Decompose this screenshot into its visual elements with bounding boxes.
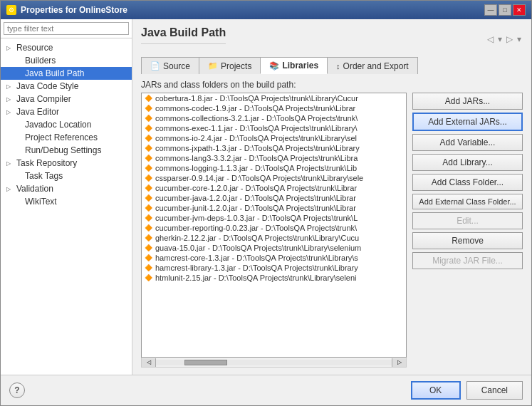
dialog-body: ▷ Resource Builders Java Build Path ▷ Ja…: [1, 19, 531, 375]
tree-item-java-editor[interactable]: ▷ Java Editor: [1, 105, 132, 118]
add-jars-button[interactable]: Add JARs...: [412, 93, 523, 110]
list-item[interactable]: 🔶cobertura-1.8.jar - D:\ToolsQA Projects…: [142, 93, 406, 103]
jar-icon: 🔶: [145, 165, 152, 172]
footer-right: OK Cancel: [411, 381, 523, 400]
jar-icon: 🔶: [145, 224, 152, 231]
list-item[interactable]: 🔶cucumber-jvm-deps-1.0.3.jar - D:\ToolsQ…: [142, 213, 406, 223]
migrate-jar-button[interactable]: Migrate JAR File...: [412, 252, 523, 269]
add-variable-button[interactable]: Add Variable...: [412, 134, 523, 151]
jar-icon: 🔶: [145, 155, 152, 162]
scrollbar-track: [156, 360, 392, 365]
jar-icon: 🔶: [145, 95, 152, 102]
edit-button[interactable]: Edit...: [412, 212, 523, 229]
filter-box: [1, 19, 132, 38]
projects-tab-icon: 📁: [208, 61, 218, 71]
tree-item-task-repository[interactable]: ▷ Task Repository: [1, 157, 132, 170]
list-item[interactable]: 🔶commons-jxpath-1.3.jar - D:\ToolsQA Pro…: [142, 143, 406, 153]
tab-order-export[interactable]: ↕ Order and Export: [327, 57, 418, 74]
content-area: 🔶cobertura-1.8.jar - D:\ToolsQA Projects…: [141, 93, 523, 368]
close-button[interactable]: ✕: [513, 4, 526, 16]
dialog-footer: ? OK Cancel: [1, 375, 531, 405]
tabs: 📄 Source 📁 Projects 📚 Libraries ↕ Order …: [141, 57, 523, 74]
tree-item-wikitext[interactable]: WikiText: [1, 195, 132, 208]
tree-item-validation[interactable]: ▷ Validation: [1, 182, 132, 195]
list-item[interactable]: 🔶commons-logging-1.1.3.jar - D:\ToolsQA …: [142, 163, 406, 173]
tree-item-java-code-style[interactable]: ▷ Java Code Style: [1, 80, 132, 93]
forward-dropdown-icon[interactable]: ▾: [516, 33, 523, 46]
tab-projects[interactable]: 📁 Projects: [199, 57, 261, 74]
add-external-jars-button[interactable]: Add External JARs...: [412, 113, 523, 131]
tree-label: Resource: [16, 43, 53, 53]
jar-path-label: hamcrest-library-1.3.jar - D:\ToolsQA Pr…: [155, 264, 358, 272]
add-external-class-folder-button[interactable]: Add External Class Folder...: [412, 194, 523, 209]
back-arrow-icon[interactable]: ◁: [486, 33, 495, 46]
tab-libraries-label: Libraries: [282, 61, 318, 71]
add-library-button[interactable]: Add Library...: [412, 154, 523, 171]
tree-item-resource[interactable]: ▷ Resource: [1, 41, 132, 54]
list-item[interactable]: 🔶hamcrest-core-1.3.jar - D:\ToolsQA Proj…: [142, 253, 406, 263]
list-item[interactable]: 🔶cssparser-0.9.14.jar - D:\ToolsQA Proje…: [142, 173, 406, 183]
list-item[interactable]: 🔶commons-collections-3.2.1.jar - D:\Tool…: [142, 113, 406, 123]
list-item[interactable]: 🔶cucumber-java-1.2.0.jar - D:\ToolsQA Pr…: [142, 193, 406, 203]
list-item[interactable]: 🔶cucumber-reporting-0.0.23.jar - D:\Tool…: [142, 223, 406, 233]
list-item[interactable]: 🔶commons-codec-1.9.jar - D:\ToolsQA Proj…: [142, 103, 406, 113]
tree-label: Task Tags: [25, 171, 63, 181]
list-item[interactable]: 🔶cucumber-core-1.2.0.jar - D:\ToolsQA Pr…: [142, 183, 406, 193]
title-bar: ⚙ Properties for OnlineStore — □ ✕: [1, 1, 531, 19]
remove-button[interactable]: Remove: [412, 232, 523, 249]
jar-path-label: cssparser-0.9.14.jar - D:\ToolsQA Projec…: [155, 174, 363, 182]
help-button[interactable]: ?: [9, 382, 25, 398]
jar-icon: 🔶: [145, 175, 152, 182]
title-bar-left: ⚙ Properties for OnlineStore: [6, 5, 127, 15]
jar-path-label: cobertura-1.8.jar - D:\ToolsQA Projects\…: [155, 94, 358, 103]
jar-list[interactable]: 🔶cobertura-1.8.jar - D:\ToolsQA Projects…: [141, 93, 407, 358]
left-panel: ▷ Resource Builders Java Build Path ▷ Ja…: [1, 19, 132, 375]
horizontal-scrollbar[interactable]: ◁ ▷: [141, 358, 407, 368]
tree-item-run-debug[interactable]: Run/Debug Settings: [1, 144, 132, 157]
tree-item-task-tags[interactable]: Task Tags: [1, 170, 132, 182]
list-item[interactable]: 🔶htmlunit-2.15.jar - D:\ToolsQA Projects…: [142, 273, 406, 283]
jar-icon: 🔶: [145, 214, 152, 222]
add-class-folder-button[interactable]: Add Class Folder...: [412, 174, 523, 191]
tab-libraries[interactable]: 📚 Libraries: [260, 57, 328, 74]
dropdown-arrow-icon[interactable]: ▾: [496, 33, 504, 46]
tab-source[interactable]: 📄 Source: [141, 57, 199, 74]
list-item[interactable]: 🔶gherkin-2.12.2.jar - D:\ToolsQA Project…: [142, 233, 406, 243]
panel-title: Java Build Path: [141, 26, 226, 44]
forward-arrow-icon[interactable]: ▷: [505, 33, 514, 46]
arrow-icon: ▷: [6, 83, 14, 90]
tree-item-java-build-path[interactable]: Java Build Path: [1, 67, 132, 80]
jar-path-label: cucumber-reporting-0.0.23.jar - D:\Tools…: [155, 224, 357, 232]
jar-icon: 🔶: [145, 194, 152, 202]
ok-button[interactable]: OK: [411, 381, 461, 400]
tree-label: Java Code Style: [16, 81, 78, 91]
list-item[interactable]: 🔶cucumber-junit-1.2.0.jar - D:\ToolsQA P…: [142, 203, 406, 213]
maximize-button[interactable]: □: [499, 4, 511, 16]
list-item[interactable]: 🔶hamcrest-library-1.3.jar - D:\ToolsQA P…: [142, 263, 406, 273]
list-item[interactable]: 🔶commons-io-2.4.jar - D:\ToolsQA Project…: [142, 133, 406, 143]
scroll-left-btn[interactable]: ◁: [142, 358, 156, 367]
list-wrapper: 🔶cobertura-1.8.jar - D:\ToolsQA Projects…: [141, 93, 407, 368]
jar-icon: 🔶: [145, 264, 152, 271]
tree-item-project-references[interactable]: Project References: [1, 131, 132, 144]
jar-icon: 🔶: [145, 204, 152, 212]
dialog-title: Properties for OnlineStore: [21, 5, 127, 15]
filter-input[interactable]: [4, 22, 129, 35]
scroll-right-btn[interactable]: ▷: [392, 358, 406, 367]
list-item[interactable]: 🔶guava-15.0.jar - D:\ToolsQA Projects\tr…: [142, 243, 406, 253]
cancel-button[interactable]: Cancel: [466, 381, 523, 400]
properties-dialog: ⚙ Properties for OnlineStore — □ ✕ ▷ Res…: [0, 0, 532, 406]
tree-item-javadoc[interactable]: Javadoc Location: [1, 118, 132, 131]
jar-path-label: commons-exec-1.1.jar - D:\ToolsQA Projec…: [155, 124, 358, 132]
minimize-button[interactable]: —: [484, 4, 497, 16]
jars-label: JARs and class folders on the build path…: [141, 80, 523, 90]
list-item[interactable]: 🔶commons-lang3-3.3.2.jar - D:\ToolsQA Pr…: [142, 153, 406, 163]
libraries-tab-icon: 📚: [269, 61, 279, 71]
tree-item-java-compiler[interactable]: ▷ Java Compiler: [1, 93, 132, 105]
tree-item-builders[interactable]: Builders: [1, 54, 132, 67]
scrollbar-thumb[interactable]: [184, 360, 227, 365]
list-item[interactable]: 🔶commons-exec-1.1.jar - D:\ToolsQA Proje…: [142, 123, 406, 133]
jar-path-label: commons-logging-1.1.3.jar - D:\ToolsQA P…: [155, 164, 357, 172]
arrow-icon: ▷: [6, 109, 14, 115]
jar-path-label: htmlunit-2.15.jar - D:\ToolsQA Projects\…: [155, 274, 356, 282]
